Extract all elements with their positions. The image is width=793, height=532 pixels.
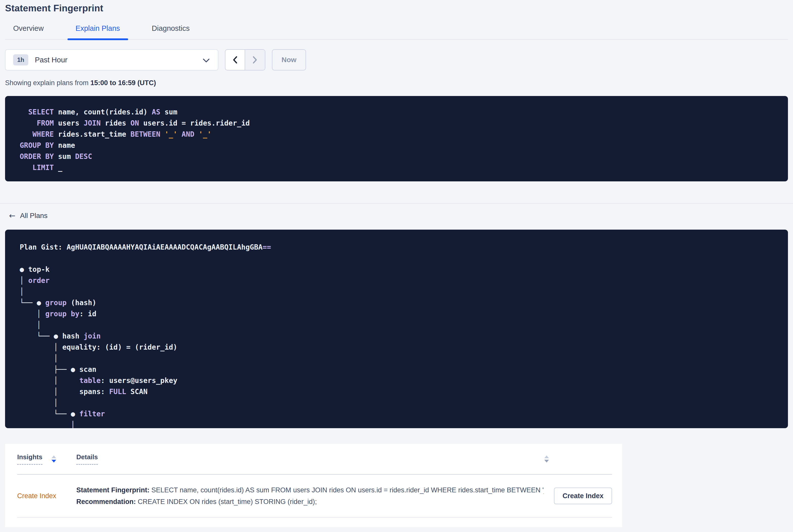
detail-label: Statement Fingerprint: [76,486,150,494]
details-cell: Statement Fingerprint: SELECT name, coun… [76,484,554,508]
insights-table-header: Insights Details [17,444,612,475]
showing-range-prefix: Showing explain plans from [5,79,91,87]
detail-text: SELECT name, count(rides.id) AS sum FROM… [150,486,544,494]
chevron-left-icon [232,56,238,64]
time-pager [225,49,265,71]
now-button[interactable]: Now [272,49,306,71]
tab-overview[interactable]: Overview [5,24,52,39]
statement-fingerprint-detail: Statement Fingerprint: SELECT name, coun… [76,484,544,496]
sort-icon[interactable] [544,455,549,462]
detail-text: CREATE INDEX ON rides (start_time) STORI… [136,498,317,506]
column-header-insights[interactable]: Insights [17,453,76,465]
insights-table: Insights Details Create Index Statement … [5,444,622,527]
sort-icon[interactable] [52,455,56,462]
time-interval-badge: 1h [13,54,28,65]
tab-diagnostics[interactable]: Diagnostics [144,24,198,39]
insight-cell: Create Index [17,492,76,500]
sort-down-arrow-icon [544,460,549,462]
tab-explain-plans[interactable]: Explain Plans [68,24,128,39]
time-interval-select[interactable]: 1h Past Hour [5,49,218,71]
chevron-right-icon [252,56,258,64]
time-controls-row: 1h Past Hour Now [5,49,788,71]
all-plans-link[interactable]: ← All Plans [9,211,48,220]
prev-interval-button[interactable] [225,50,245,70]
sql-statement-block: SELECT name, count(rides.id) AS sum FROM… [5,96,788,182]
time-interval-label: Past Hour [35,56,68,64]
arrow-left-icon: ← [9,211,15,220]
chevron-down-icon [203,58,210,63]
create-index-link[interactable]: Create Index [17,492,56,500]
table-row: Create Index Statement Fingerprint: SELE… [17,475,612,518]
details-column-label[interactable]: Details [76,453,98,465]
next-interval-button[interactable] [245,50,265,70]
create-index-button[interactable]: Create Index [554,488,612,504]
sort-down-arrow-icon [52,460,56,462]
page-title: Statement Fingerprint [5,2,788,14]
detail-label: Recommendation: [76,498,136,506]
all-plans-label: All Plans [20,212,48,220]
sort-up-arrow-icon [52,455,56,458]
plan-gist-block: Plan Gist: AgHUAQIABQAAAAHYAQIAiAEAAAADC… [5,230,788,428]
showing-range-text: Showing explain plans from 15:00 to 16:5… [5,79,788,87]
insights-column-label[interactable]: Insights [17,453,42,465]
statement-fingerprint-page: Statement Fingerprint Overview Explain P… [0,0,793,527]
tab-bar: Overview Explain Plans Diagnostics [5,24,788,40]
recommendation-detail: Recommendation: CREATE INDEX ON rides (s… [76,496,544,508]
showing-range-value: 15:00 to 16:59 (UTC) [91,79,156,87]
column-header-details[interactable]: Details [76,453,535,465]
sort-up-arrow-icon [544,455,549,458]
section-divider [0,203,793,204]
